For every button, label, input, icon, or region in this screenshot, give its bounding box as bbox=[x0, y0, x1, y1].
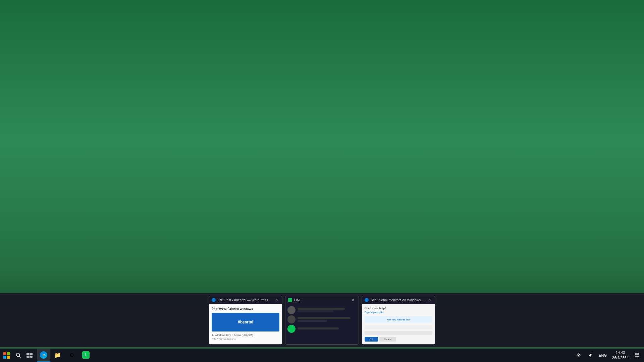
preview-beartai-mini: #beartai bbox=[238, 320, 253, 324]
svg-marker-11 bbox=[589, 354, 591, 357]
taskbar-system-tray: ENG 14:43 26/4/2564 bbox=[573, 349, 644, 362]
network-icon bbox=[576, 353, 581, 358]
preview-setup-titlebar: Set up dual monitors on Windows 10 and 1… bbox=[362, 296, 435, 304]
preview-setup-content: Need more help? Expand your skills Get n… bbox=[362, 304, 435, 344]
taskbar-lang-label[interactable]: ENG bbox=[597, 349, 608, 362]
preview-line-chat1 bbox=[287, 306, 357, 314]
taskbar-settings-icon: ⚙ bbox=[68, 351, 75, 359]
preview-line-titlebar: LINE ✕ bbox=[285, 296, 359, 304]
preview-line-msg3 bbox=[298, 327, 357, 330]
preview-wp-close[interactable]: ✕ bbox=[274, 297, 279, 303]
preview-ok-btn: OK bbox=[365, 337, 378, 342]
preview-setup-label: Set up dual monitors on Windows 10 and 1… bbox=[371, 298, 425, 302]
preview-line-msg3-line1 bbox=[298, 327, 339, 329]
svg-line-5 bbox=[19, 356, 21, 358]
preview-setup-footer-btns: OK Cancel bbox=[365, 337, 432, 342]
taskbar-explorer-app[interactable]: 📁 bbox=[51, 349, 64, 362]
preview-setup-title: Need more help? bbox=[365, 307, 432, 310]
preview-line-msg2-line1 bbox=[298, 317, 351, 319]
volume-icon bbox=[588, 353, 593, 358]
preview-wp-titlebar: Edit Post • #beartai — WordPress and 1 m… bbox=[209, 296, 282, 304]
preview-line-avatar1 bbox=[287, 306, 296, 314]
preview-line-msg2 bbox=[298, 317, 357, 322]
preview-line-favicon bbox=[288, 298, 292, 302]
svg-point-10 bbox=[578, 355, 579, 356]
preview-wp-text2: วิธีแก้หน้าจอไม่ขยาย... bbox=[212, 337, 279, 342]
notification-center-icon bbox=[635, 353, 639, 357]
taskbar-explorer-icon: 📁 bbox=[54, 351, 61, 359]
taskbar-notification-button[interactable] bbox=[633, 349, 641, 362]
preview-line-label: LINE bbox=[294, 298, 348, 302]
preview-line-msg1-line1 bbox=[298, 308, 345, 310]
svg-rect-14 bbox=[635, 356, 637, 357]
preview-line-avatar2 bbox=[287, 315, 296, 323]
preview-wp-title: วิธีแก้หน้าจอไม่ขยาย Windows bbox=[212, 307, 279, 311]
preview-setup-img: Need more help? Expand your skills Get n… bbox=[362, 304, 435, 344]
preview-line-close[interactable]: ✕ bbox=[351, 297, 356, 303]
preview-wp-text1: 1. Windows Key + Arrow (ปุ่มลูกศร) bbox=[212, 333, 279, 337]
preview-setup-bar2 bbox=[365, 331, 432, 335]
svg-rect-15 bbox=[637, 356, 639, 357]
preview-line-msg1-line2 bbox=[298, 310, 333, 312]
search-icon bbox=[16, 353, 21, 358]
svg-rect-12 bbox=[635, 353, 637, 355]
preview-line-msg2-line2 bbox=[298, 320, 327, 322]
svg-rect-7 bbox=[30, 353, 33, 355]
preview-setup[interactable]: Set up dual monitors on Windows 10 and 1… bbox=[362, 296, 435, 345]
preview-setup-favicon bbox=[365, 298, 369, 302]
preview-wp-img: วิธีแก้หน้าจอไม่ขยาย Windows #beartai 1.… bbox=[209, 304, 282, 344]
svg-rect-2 bbox=[3, 356, 6, 359]
preview-cancel-btn: Cancel bbox=[379, 337, 396, 342]
svg-rect-1 bbox=[7, 352, 10, 355]
taskbar-time: 14:43 bbox=[612, 350, 629, 355]
taskbar-volume-icon[interactable] bbox=[585, 349, 596, 362]
svg-rect-0 bbox=[3, 352, 6, 355]
svg-rect-3 bbox=[7, 356, 10, 359]
taskbar-start-button[interactable] bbox=[0, 349, 13, 362]
taskbar-line-app[interactable]: L bbox=[79, 349, 93, 362]
preview-setup-bar1 bbox=[365, 325, 432, 329]
taskbar-preview-container: Edit Post • #beartai — WordPress and 1 m… bbox=[0, 293, 644, 347]
preview-setup-btns: Get new features first bbox=[365, 316, 432, 323]
taskbar: e 📁 ⚙ L ENG 14:43 26/4/2564 bbox=[0, 349, 644, 362]
svg-rect-6 bbox=[26, 353, 29, 355]
preview-wordpress[interactable]: Edit Post • #beartai — WordPress and 1 m… bbox=[209, 296, 282, 345]
taskbar-edge-app[interactable]: e bbox=[37, 349, 50, 362]
svg-rect-8 bbox=[26, 356, 30, 358]
preview-line-chat2 bbox=[287, 315, 357, 323]
preview-training-btn: Get new features first bbox=[365, 316, 432, 323]
svg-rect-9 bbox=[30, 356, 33, 358]
preview-wp-label: Edit Post • #beartai — WordPress and 1 m… bbox=[218, 298, 272, 302]
preview-wp-favicon bbox=[212, 298, 216, 302]
preview-wp-content: วิธีแก้หน้าจอไม่ขยาย Windows #beartai 1.… bbox=[209, 304, 282, 344]
windows-logo-icon bbox=[3, 352, 10, 359]
taskbar-settings-app[interactable]: ⚙ bbox=[65, 349, 78, 362]
preview-setup-subtitle: Expand your skills bbox=[365, 311, 432, 313]
taskbar-task-view-button[interactable] bbox=[23, 349, 36, 362]
taskbar-date: 26/4/2564 bbox=[612, 355, 629, 360]
preview-line-avatar3 bbox=[287, 325, 296, 333]
svg-rect-13 bbox=[637, 353, 639, 355]
preview-line-content bbox=[285, 304, 359, 344]
taskbar-search-button[interactable] bbox=[13, 349, 23, 362]
preview-setup-close[interactable]: ✕ bbox=[427, 297, 432, 303]
taskbar-network-icon[interactable] bbox=[573, 349, 584, 362]
preview-line-msg1 bbox=[298, 308, 357, 312]
taskbar-apps: e 📁 ⚙ L bbox=[37, 349, 93, 362]
taskbar-line-icon: L bbox=[82, 351, 90, 359]
preview-line-chat3 bbox=[287, 325, 357, 333]
taskbar-clock[interactable]: 14:43 26/4/2564 bbox=[609, 350, 631, 361]
preview-wp-banner: #beartai bbox=[212, 313, 279, 331]
task-view-icon bbox=[26, 353, 33, 358]
taskbar-edge-icon: e bbox=[40, 351, 47, 359]
preview-line[interactable]: LINE ✕ bbox=[285, 296, 359, 345]
preview-line-img bbox=[285, 304, 359, 344]
